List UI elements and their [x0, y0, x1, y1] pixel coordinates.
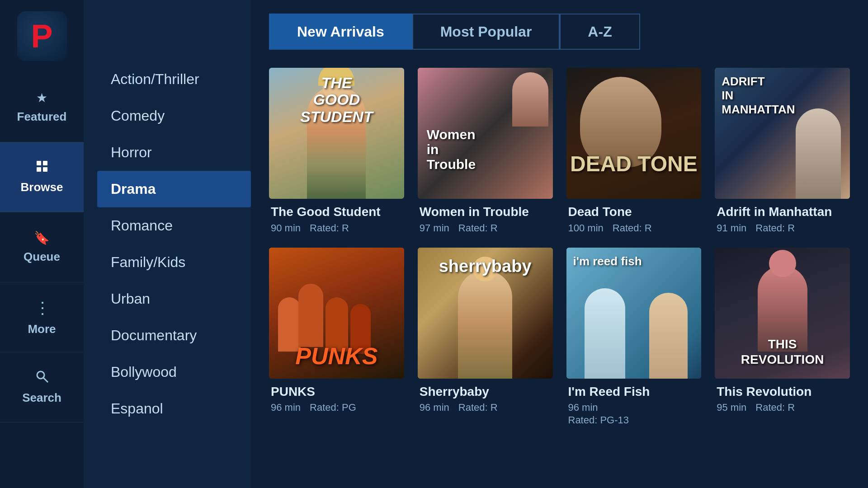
poster-dead-tone: DEAD TONE: [566, 68, 702, 199]
movie-info-revolution: This Revolution 95 min Rated: R: [715, 379, 850, 414]
movie-duration-adrift: 91 min: [717, 222, 746, 234]
genre-documentary[interactable]: Documentary: [97, 317, 251, 354]
sidebar-item-browse[interactable]: Browse: [0, 142, 84, 212]
movie-duration-reed: 96 min: [568, 402, 700, 413]
logo-area: P: [0, 0, 84, 72]
movie-title-adrift: Adrift in Manhattan: [717, 204, 848, 220]
movie-rating-good-student: Rated: R: [310, 222, 349, 234]
movie-meta-sherry: 96 min Rated: R: [420, 402, 551, 413]
tab-a-z[interactable]: A-Z: [560, 14, 640, 50]
poster-text-good-student: THEGOODSTUDENT: [269, 75, 404, 125]
genre-panel: Action/Thriller Comedy Horror Drama Roma…: [84, 0, 251, 488]
movie-info-punks: PUNKS 96 min Rated: PG: [269, 379, 404, 414]
movie-card-adrift[interactable]: ADRIFTINMANHATTAN Adrift in Manhattan 91…: [715, 68, 850, 234]
poster-text-punks: PUNKS: [269, 343, 404, 370]
movie-meta-revolution: 95 min Rated: R: [717, 402, 848, 413]
movie-info-reed: I'm Reed Fish 96 min Rated: PG-13: [566, 379, 702, 427]
featured-icon: ★: [36, 90, 47, 105]
movie-meta-women: 97 min Rated: R: [420, 222, 551, 234]
movie-card-sherrybaby[interactable]: sherrybaby Sherrybaby 96 min Rated: R: [418, 248, 553, 427]
genre-urban[interactable]: Urban: [97, 281, 251, 317]
movie-rating-adrift: Rated: R: [755, 222, 795, 234]
more-icon: ⋮: [34, 299, 50, 318]
genre-family[interactable]: Family/Kids: [97, 244, 251, 281]
movie-card-reed-fish[interactable]: i'm reed fish I'm Reed Fish 96 min Rated…: [566, 248, 702, 427]
sidebar-item-search[interactable]: Search: [0, 352, 84, 422]
movie-card-punks[interactable]: PUNKS PUNKS 96 min Rated: PG: [269, 248, 404, 427]
tab-most-popular[interactable]: Most Popular: [412, 14, 560, 50]
genre-romance[interactable]: Romance: [97, 207, 251, 244]
svg-rect-0: [37, 161, 41, 165]
genre-bollywood[interactable]: Bollywood: [97, 354, 251, 390]
poster-text-women: WomeninTrouble: [427, 127, 476, 172]
browse-icon: [36, 160, 48, 176]
sidebar-label-browse: Browse: [21, 180, 63, 194]
sidebar-label-featured: Featured: [17, 110, 67, 124]
poster-good-student: THEGOODSTUDENT: [269, 68, 404, 199]
movie-duration-sherry: 96 min: [420, 402, 449, 413]
movie-duration-good-student: 90 min: [271, 222, 301, 234]
movie-info-adrift: Adrift in Manhattan 91 min Rated: R: [715, 199, 850, 234]
poster-text-adrift: ADRIFTINMANHATTAN: [722, 75, 795, 117]
sidebar-label-search: Search: [22, 391, 61, 405]
movie-info-women: Women in Trouble 97 min Rated: R: [418, 199, 553, 234]
movie-rating-sherry: Rated: R: [458, 402, 498, 413]
movie-card-dead-tone[interactable]: DEAD TONE Dead Tone 100 min Rated: R: [566, 68, 702, 234]
poster-text-revolution: THISREVOLUTION: [715, 337, 850, 367]
svg-rect-3: [43, 167, 47, 172]
movie-duration-revolution: 95 min: [717, 402, 746, 413]
genre-action[interactable]: Action/Thriller: [97, 61, 251, 98]
genre-drama[interactable]: Drama: [97, 171, 251, 207]
sidebar-item-more[interactable]: ⋮ More: [0, 282, 84, 352]
poster-text-reed: i'm reed fish: [573, 254, 642, 268]
movie-rating-punks: Rated: PG: [310, 402, 356, 413]
movie-grid: THEGOODSTUDENT The Good Student 90 min R…: [269, 68, 850, 426]
poster-text-sherry: sherrybaby: [418, 257, 553, 276]
content-tabs: New Arrivals Most Popular A-Z: [269, 14, 850, 50]
movie-meta-dead-tone: 100 min Rated: R: [568, 222, 700, 234]
movie-rating-dead-tone: Rated: R: [613, 222, 652, 234]
movie-title-good-student: The Good Student: [271, 204, 402, 220]
movie-duration-punks: 96 min: [271, 402, 301, 413]
poster-reed-fish: i'm reed fish: [566, 248, 702, 379]
movie-card-women-in-trouble[interactable]: WomeninTrouble Women in Trouble 97 min R…: [418, 68, 553, 234]
movie-card-revolution[interactable]: THISREVOLUTION This Revolution 95 min Ra…: [715, 248, 850, 427]
movie-rating-women: Rated: R: [458, 222, 498, 234]
movie-title-punks: PUNKS: [271, 384, 402, 399]
logo-letter: P: [31, 20, 52, 52]
movie-meta-punks: 96 min Rated: PG: [271, 402, 402, 413]
movie-title-revolution: This Revolution: [717, 384, 848, 399]
poster-sherrybaby: sherrybaby: [418, 248, 553, 379]
genre-comedy[interactable]: Comedy: [97, 98, 251, 134]
genre-espanol[interactable]: Espanol: [97, 390, 251, 427]
movie-title-sherry: Sherrybaby: [420, 384, 551, 399]
movie-meta-reed: 96 min Rated: PG-13: [568, 402, 700, 426]
genre-horror[interactable]: Horror: [97, 134, 251, 171]
queue-icon: 🔖: [34, 230, 50, 245]
movie-info-good-student: The Good Student 90 min Rated: R: [269, 199, 404, 234]
sidebar-label-more: More: [28, 322, 56, 336]
poster-women-in-trouble: WomeninTrouble: [418, 68, 553, 199]
poster-text-dead-tone: DEAD TONE: [566, 151, 702, 176]
movie-info-sherry: Sherrybaby 96 min Rated: R: [418, 379, 553, 414]
poster-adrift: ADRIFTINMANHATTAN: [715, 68, 850, 199]
movie-rating-reed: Rated: PG-13: [568, 414, 700, 426]
tab-new-arrivals[interactable]: New Arrivals: [269, 14, 412, 50]
sidebar-item-queue[interactable]: 🔖 Queue: [0, 212, 84, 282]
movie-info-dead-tone: Dead Tone 100 min Rated: R: [566, 199, 702, 234]
movie-meta-adrift: 91 min Rated: R: [717, 222, 848, 234]
movie-title-reed: I'm Reed Fish: [568, 384, 700, 399]
movie-card-good-student[interactable]: THEGOODSTUDENT The Good Student 90 min R…: [269, 68, 404, 234]
search-icon: [35, 370, 49, 386]
main-content: New Arrivals Most Popular A-Z THEGOODSTU…: [251, 0, 868, 488]
svg-line-5: [43, 378, 48, 382]
movie-duration-women: 97 min: [420, 222, 449, 234]
sidebar-nav: ★ Featured Browse 🔖 Queue ⋮ More: [0, 72, 84, 422]
sidebar: P ★ Featured Browse 🔖 Queue ⋮ More: [0, 0, 84, 488]
sidebar-item-featured[interactable]: ★ Featured: [0, 72, 84, 142]
svg-rect-1: [43, 161, 47, 165]
movie-title-dead-tone: Dead Tone: [568, 204, 700, 220]
app-logo: P: [17, 11, 67, 61]
sidebar-label-queue: Queue: [24, 250, 60, 264]
poster-punks: PUNKS: [269, 248, 404, 379]
